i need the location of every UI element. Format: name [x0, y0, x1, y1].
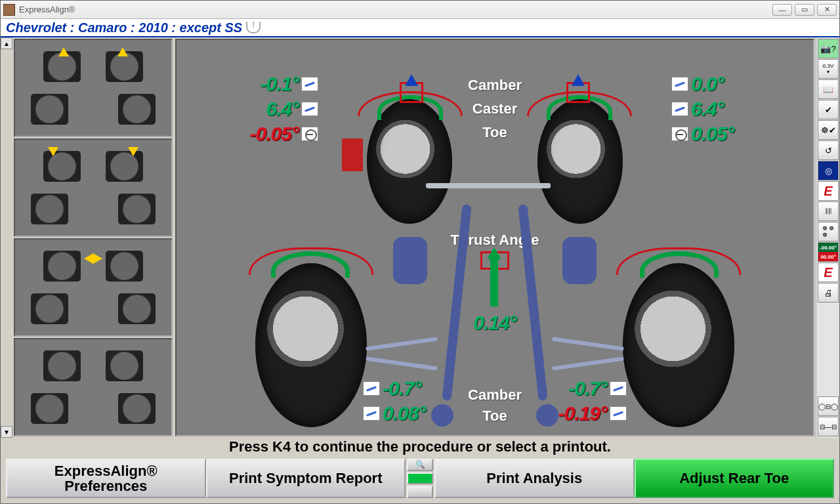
procedure-thumb-3[interactable] [14, 238, 173, 337]
fr-toe-value: 0.05° [691, 123, 734, 145]
instruction-text: Press K4 to continue the procedure or se… [1, 438, 839, 456]
wrench-icon [610, 381, 627, 396]
procedure-thumb-1[interactable] [14, 39, 173, 137]
axle-view-button[interactable]: ⦀⦀ [818, 201, 839, 221]
reset-button[interactable]: ↺ [818, 140, 839, 160]
fr-camber-value: 0.0° [691, 73, 724, 95]
fl-caster-value: 6.4° [266, 98, 299, 120]
target-button[interactable]: ◎ [818, 161, 839, 180]
steering-icon [301, 127, 318, 141]
fr-caster-value: 6.4° [691, 98, 724, 120]
procedure-thumb-4[interactable] [14, 338, 173, 436]
label-caster: Caster [468, 100, 522, 117]
fl-toe-value: -0.05° [250, 123, 299, 145]
wrench-icon [363, 381, 380, 396]
axle-front-view[interactable]: ◯⊟◯ [818, 396, 839, 416]
zoom-button[interactable]: 🔍 [407, 459, 433, 471]
rear-left-readouts: -0.7° 0.08° [360, 377, 425, 425]
adjust-rear-toe-button[interactable]: Adjust Rear Toe [635, 459, 835, 498]
procedure-thumbnail-strip [12, 37, 174, 438]
rr-toe-value: -0.19° [558, 402, 607, 425]
window-title: ExpressAlign® [19, 5, 772, 14]
app-icon [3, 4, 15, 16]
fl-camber-value: -0.1° [260, 73, 299, 95]
wrench-icon [301, 77, 318, 91]
four-wheel-button[interactable]: ☸ ☸☸ [818, 222, 839, 242]
wrench-icon [671, 77, 688, 91]
print-symptom-button[interactable]: Print Symptom Report [206, 459, 406, 498]
label-rear-camber: Camber [468, 387, 522, 404]
rear-right-readouts: -0.7° -0.19° [558, 377, 629, 425]
window-title-bar: ExpressAlign® — ▭ ✕ [1, 1, 839, 19]
thumb-scroll-up[interactable]: ▲ [1, 37, 12, 49]
close-button[interactable]: ✕ [817, 4, 837, 16]
steering-icon [671, 127, 688, 141]
vehicle-description: Chevrolet : Camaro : 2010 : except SS [6, 20, 242, 35]
menu-more-button[interactable] [407, 486, 433, 498]
spec-book-button[interactable]: 📖 [818, 79, 839, 99]
rr-camber-value: -0.7° [568, 377, 607, 400]
thumb-scroll-down[interactable]: ▼ [1, 426, 12, 438]
label-toe: Toe [468, 124, 522, 141]
label-rear-toe: Toe [468, 408, 522, 425]
rl-toe-value: 0.08° [383, 402, 425, 425]
procedure-thumb-2[interactable] [14, 138, 173, 237]
sensor-status-button[interactable]: ✔ [818, 100, 839, 119]
preferences-button[interactable]: ExpressAlign® Preferences [6, 459, 206, 498]
right-toolbar: 📷? 0.3V▾ 📖 ✔ ☸✔ ↺ ◎ E ⦀⦀ ☸ ☸☸ -00.00° 00… [816, 37, 839, 438]
battery-indicator[interactable]: 0.3V▾ [818, 59, 839, 79]
expressalign-e-button[interactable]: E [818, 181, 839, 201]
alignment-canvas: -0.1° 6.4° -0.05° Camber Caster Toe 0.0°… [175, 39, 814, 436]
tolerance-toggle[interactable]: -00.00° 00.00° [818, 242, 839, 262]
front-right-readouts: 0.0° 6.4° 0.05° [669, 73, 734, 145]
vehicle-info-bar: Chevrolet : Camaro : 2010 : except SS [1, 19, 839, 37]
wrench-icon [301, 102, 318, 116]
rl-camber-value: -0.7° [383, 377, 421, 400]
wrench-icon [610, 406, 627, 421]
print-analysis-button[interactable]: Print Analysis [434, 459, 635, 498]
bottom-button-bar: ExpressAlign® Preferences Print Symptom … [1, 456, 839, 503]
tpms-icon [246, 22, 261, 33]
minimize-button[interactable]: — [772, 4, 792, 16]
expressalign-e2-button[interactable]: E [818, 262, 839, 282]
wrench-icon [671, 102, 688, 116]
wrench-icon [363, 406, 380, 421]
steering-status-button[interactable]: ☸✔ [818, 120, 839, 140]
axle-rear-view[interactable]: ⊟—⊟ [818, 417, 839, 436]
next-step-indicator[interactable] [407, 472, 433, 485]
printer-button[interactable]: 🖨 [818, 283, 839, 303]
label-camber: Camber [468, 77, 522, 94]
thrust-value: 0.14° [473, 312, 516, 334]
help-video-button[interactable]: 📷? [818, 39, 839, 58]
maximize-button[interactable]: ▭ [795, 4, 814, 16]
front-left-readouts: -0.1° 6.4° -0.05° [250, 73, 321, 145]
